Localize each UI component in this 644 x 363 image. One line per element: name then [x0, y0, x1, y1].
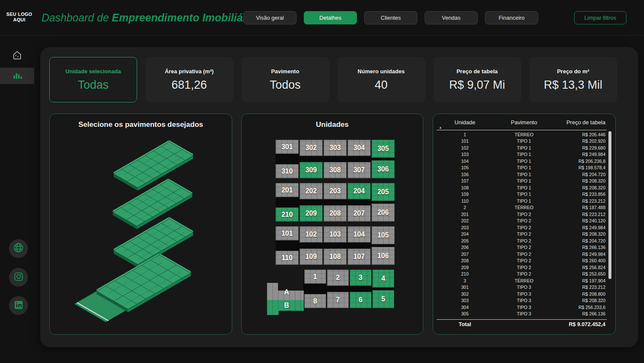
- sidebar-website-link[interactable]: [9, 239, 28, 258]
- cell-pavimento: TIPO 2: [497, 245, 551, 250]
- unit-tile-104[interactable]: 104: [347, 226, 371, 243]
- unit-tile-302[interactable]: 302: [300, 140, 323, 156]
- unit-tile-105[interactable]: 105: [371, 226, 395, 244]
- cell-pavimento: TIPO 1: [497, 172, 551, 177]
- unit-tile-310[interactable]: 310: [276, 164, 299, 178]
- table-row-201[interactable]: 201TIPO 2R$ 223.212: [433, 211, 615, 218]
- unit-tile-204[interactable]: 204: [347, 183, 371, 199]
- unit-tile-110[interactable]: 110: [276, 251, 299, 265]
- table-row-101[interactable]: 101TIPO 1R$ 202.920: [433, 138, 615, 145]
- table-header-pavimento[interactable]: Pavimento: [497, 119, 551, 126]
- table-row-1[interactable]: 1TÉRREOR$ 205.446: [433, 131, 615, 138]
- table-row-305[interactable]: 305TIPO 3R$ 266.136: [433, 311, 615, 318]
- unit-tile-208[interactable]: 208: [323, 205, 347, 222]
- table-row-107[interactable]: 107TIPO 1R$ 208.320: [433, 178, 615, 185]
- table-row-109[interactable]: 109TIPO 1R$ 233.856: [433, 191, 615, 198]
- unit-tile-206[interactable]: 206: [371, 204, 395, 222]
- unit-tile-1[interactable]: 1: [304, 270, 326, 284]
- sidebar-instagram-link[interactable]: [9, 268, 28, 287]
- unit-tile-303[interactable]: 303: [323, 140, 347, 156]
- unit-tile-205[interactable]: 205: [371, 183, 395, 201]
- table-row-302[interactable]: 302TIPO 3R$ 208.800: [433, 291, 615, 297]
- nav-tab-vendas[interactable]: Vendas: [425, 11, 478, 24]
- unit-tile-5[interactable]: 5: [372, 290, 394, 308]
- sidebar-linkedin-link[interactable]: [9, 296, 28, 315]
- cell-unidade: 1: [433, 132, 497, 137]
- unit-tile-label: 2: [336, 274, 340, 282]
- unit-tile-101[interactable]: 101: [276, 226, 299, 240]
- unit-tile-201[interactable]: 201: [276, 183, 299, 197]
- table-row-202[interactable]: 202TIPO 2R$ 240.120: [433, 218, 615, 225]
- table-row-301[interactable]: 301TIPO 3R$ 223.212: [433, 284, 615, 291]
- kpi-value: 681,26: [171, 78, 207, 92]
- table-row-209[interactable]: 209TIPO 2R$ 256.824: [433, 264, 615, 271]
- unit-tile-label: 307: [353, 166, 365, 174]
- unit-tile-305[interactable]: 305: [371, 140, 395, 158]
- kpi-card-pre-o-do-m: Preço do m²R$ 13,3 Mil: [529, 57, 617, 102]
- table-row-106[interactable]: 106TIPO 1R$ 204.720: [433, 171, 615, 178]
- table-row-104[interactable]: 104TIPO 1R$ 206.236,8: [433, 158, 615, 165]
- nav-tab-detalhes[interactable]: Detalhes: [304, 11, 357, 24]
- unit-tile-203[interactable]: 203: [323, 183, 347, 199]
- unit-tile-106[interactable]: 106: [371, 247, 395, 265]
- unit-tile-309[interactable]: 309: [300, 162, 323, 178]
- unit-tile-207[interactable]: 207: [347, 205, 371, 222]
- nav-tab-financeiro[interactable]: Financeiro: [485, 11, 538, 24]
- unit-tile-103[interactable]: 103: [323, 226, 347, 243]
- unit-tile-label: 105: [377, 231, 389, 239]
- nav-tab-clientes[interactable]: Clientes: [364, 11, 417, 24]
- table-row-304[interactable]: 304TIPO 3R$ 256.233,6: [433, 304, 615, 311]
- unit-tile-301[interactable]: 301: [276, 140, 299, 154]
- table-row-102[interactable]: 102TIPO 1R$ 229.680: [433, 144, 615, 151]
- unit-tile-209[interactable]: 209: [300, 205, 323, 222]
- table-header-unidade[interactable]: Unidade: [433, 119, 497, 126]
- unit-tile-6[interactable]: 6: [350, 292, 371, 308]
- unit-tile-8[interactable]: 8: [304, 294, 326, 308]
- sort-ascending-icon[interactable]: ▲: [439, 126, 442, 129]
- unit-tile-2[interactable]: 2: [327, 270, 349, 286]
- units-floor-group: 301302303304305310309308307306: [276, 140, 395, 178]
- sidebar-item-home[interactable]: [0, 48, 34, 64]
- table-row-105[interactable]: 105TIPO 1R$ 198.578,4: [433, 165, 615, 171]
- unit-tile-107[interactable]: 107: [347, 249, 371, 265]
- table-row-203[interactable]: 203TIPO 2R$ 249.984: [433, 224, 615, 231]
- cell-preco: R$ 256.233,6: [551, 305, 605, 310]
- kpi-value: Todos: [270, 78, 300, 92]
- cell-unidade: 209: [433, 265, 497, 270]
- table-row-204[interactable]: 204TIPO 2R$ 208.320: [433, 231, 615, 238]
- unit-tile-109[interactable]: 109: [300, 249, 323, 265]
- unit-tile-307[interactable]: 307: [347, 162, 371, 178]
- unit-tile-4[interactable]: 4: [372, 270, 394, 288]
- table-row-208[interactable]: 208TIPO 2R$ 260.400: [433, 258, 615, 264]
- unit-tile-7[interactable]: 7: [327, 292, 349, 308]
- unit-tile-202[interactable]: 202: [300, 183, 323, 199]
- table-header-divider: [437, 130, 607, 130]
- unit-tile-304[interactable]: 304: [347, 140, 371, 156]
- table-row-207[interactable]: 207TIPO 2R$ 249.984: [433, 251, 615, 258]
- table-row-108[interactable]: 108TIPO 1R$ 208.320: [433, 184, 615, 191]
- unit-tile-306[interactable]: 306: [371, 160, 395, 178]
- nav-tab-vis-o-geral[interactable]: Visão geral: [243, 11, 297, 24]
- table-row-2[interactable]: 2TÉRREOR$ 187.488: [433, 204, 615, 211]
- table-row-205[interactable]: 205TIPO 2R$ 204.720: [433, 237, 615, 244]
- clear-filters-button[interactable]: Limpar filtros: [574, 11, 626, 24]
- table-row-210[interactable]: 210TIPO 2R$ 253.650: [433, 271, 615, 278]
- table-row-3[interactable]: 3TÉRREOR$ 197.904: [433, 277, 615, 284]
- unit-tile-label: 110: [282, 254, 293, 262]
- unit-tile-108[interactable]: 108: [323, 249, 347, 265]
- floor-slab-1[interactable]: [114, 140, 193, 191]
- sidebar-item-dashboard[interactable]: [0, 68, 34, 84]
- table-row-206[interactable]: 206TIPO 2R$ 266.136: [433, 244, 615, 251]
- cell-unidade: 302: [433, 291, 497, 297]
- table-row-110[interactable]: 110TIPO 1R$ 223.212: [433, 198, 615, 204]
- unit-tile-210[interactable]: 210: [276, 207, 299, 222]
- table-row-103[interactable]: 103TIPO 1R$ 249.984: [433, 151, 615, 158]
- floor-slab-2[interactable]: [113, 179, 192, 229]
- table-row-306[interactable]: 306TIPO 3R$ 276.372: [433, 317, 615, 319]
- table-scrollbar-thumb[interactable]: [608, 131, 611, 279]
- unit-tile-102[interactable]: 102: [300, 226, 323, 243]
- unit-tile-3[interactable]: 3: [350, 270, 371, 286]
- table-row-303[interactable]: 303TIPO 3R$ 208.320: [433, 297, 615, 304]
- unit-tile-308[interactable]: 308: [323, 162, 347, 178]
- table-header-preco[interactable]: Preço de tabela: [551, 119, 605, 126]
